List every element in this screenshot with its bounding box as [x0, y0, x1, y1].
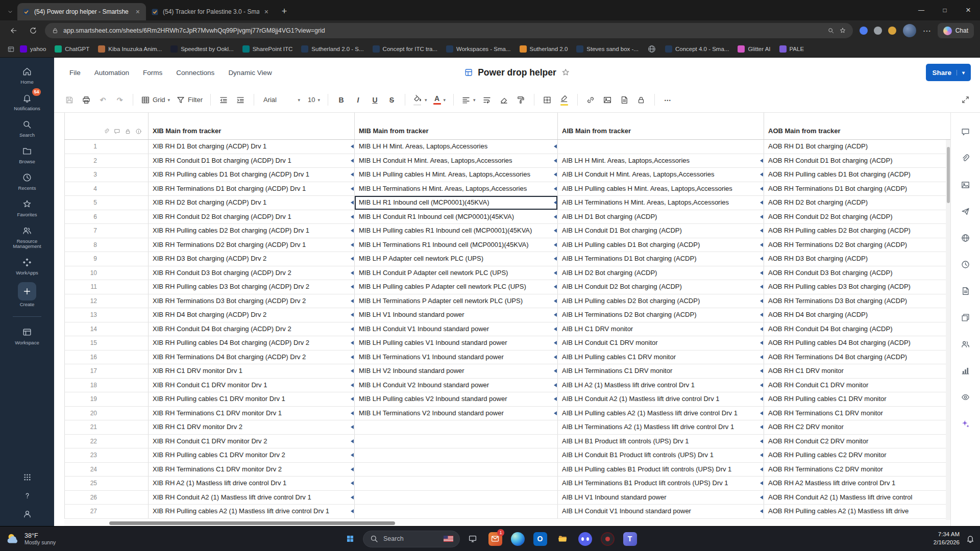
horizontal-scrollbar[interactable] [64, 520, 950, 526]
row-number[interactable]: 7 [64, 224, 149, 238]
tab-close-icon[interactable]: × [263, 8, 270, 16]
grid-cell[interactable]: AOB RH Terminations D1 Bot charging (ACD… [764, 182, 950, 196]
grid-cell[interactable]: MIB LH Terminations V1 Inbound standard … [355, 350, 558, 364]
site-info-icon[interactable] [52, 27, 59, 34]
taskbar-teams-icon[interactable]: T [620, 529, 640, 549]
bookmark-item[interactable]: Steves sand box -... [576, 45, 639, 53]
grid-cell[interactable]: AIB LH Conduit H Mint. Areas, Laptops,Ac… [558, 168, 764, 182]
grid-cell[interactable]: MIB LH Terminations P Adapter cell newto… [355, 294, 558, 308]
clear-format-button[interactable] [496, 91, 512, 109]
grid-cell[interactable]: XIB RH Conduit D4 Bot charging (ACDP) Dr… [149, 322, 355, 336]
grid-cell[interactable]: AOB RH Pulling cables D1 Bot charging (A… [764, 168, 950, 182]
grid-cell[interactable]: AIB LH D2 Bot charging (ACDP) [558, 266, 764, 280]
underline-button[interactable]: U [367, 91, 383, 109]
grid-cell[interactable]: AOB RH Conduit C2 DRV monitor [764, 435, 950, 448]
row-number[interactable]: 27 [64, 505, 149, 518]
bookmark-item[interactable]: Sutherland 2.0 - S... [301, 45, 363, 53]
page-zoom-icon[interactable] [827, 27, 835, 34]
new-tab-button[interactable]: + [277, 4, 292, 19]
grid-cell[interactable]: MIB LH Conduit V2 Inbound standard power [355, 379, 558, 392]
grid-cell[interactable]: AOB RH Terminations D2 Bot charging (ACD… [764, 238, 950, 252]
format-painter-button[interactable] [513, 91, 529, 109]
browser-tab[interactable]: (54) Power drop helper - Smartshe× [17, 3, 146, 20]
row-number[interactable]: 17 [64, 364, 149, 378]
sidebar-item-browse[interactable]: Browse [0, 143, 54, 166]
grid-cell[interactable]: AIB LH Pulling cables A2 (1) Mastless li… [558, 407, 764, 420]
bookmark-item[interactable]: SharePoint ITC [242, 45, 293, 53]
bookmark-item[interactable]: Concept for ITC tra... [373, 45, 437, 53]
fill-color-button[interactable]: ▾ [410, 91, 430, 109]
profile-avatar[interactable] [903, 24, 916, 37]
grid-cell[interactable]: AOB RH C2 DRV monitor [764, 420, 950, 434]
column-header-aib[interactable]: AIB Main from tracker [558, 113, 764, 139]
grid-cell[interactable]: MIB LH H Mint. Areas, Laptops,Accessorie… [355, 140, 558, 154]
redo-button[interactable]: ↷ [112, 91, 128, 109]
grid-cell[interactable]: XIB RH Pulling cables C1 DRV monitor Drv… [149, 392, 355, 406]
sidebar-help-button[interactable] [22, 491, 32, 500]
font-family-button[interactable]: Arial▾ [259, 91, 304, 109]
grid-cell[interactable]: AOB RH Conduit D2 Bot charging (ACDP) [764, 210, 950, 224]
grid-cell[interactable]: XIB RH D2 Bot charging (ACDP) Drv 1 [149, 196, 355, 210]
rail-proofs-button[interactable] [961, 180, 970, 190]
save-button[interactable] [61, 91, 77, 109]
grid-cell[interactable] [355, 477, 558, 490]
grid-cell[interactable]: AIB LH Conduit A2 (1) Mastless lift driv… [558, 392, 764, 406]
insert-link-button[interactable] [583, 91, 599, 109]
grid-cell[interactable]: AIB LH Conduit V1 Inbound standard power [558, 505, 764, 518]
sidebar-item-recents[interactable]: Recents [0, 170, 54, 192]
bookmark-item[interactable]: yahoo [20, 45, 46, 53]
grid-cell[interactable]: AOB RH Terminations C2 DRV monitor [764, 463, 950, 477]
grid-cell[interactable]: MIB LH Conduit V1 Inbound standard power [355, 322, 558, 336]
row-number[interactable]: 20 [64, 407, 149, 420]
rail-collaborators-button[interactable] [961, 339, 970, 349]
filter-button[interactable]: Filter [174, 91, 205, 109]
grid-cell[interactable]: AOB RH Pulling cables A2 (1) Mastless li… [764, 505, 950, 518]
rail-sheet-summary-button[interactable] [961, 286, 970, 296]
grid-cell[interactable]: AIB LH Conduit B1 Product lift controls … [558, 448, 764, 462]
grid-cell[interactable] [355, 448, 558, 462]
row-number[interactable]: 6 [64, 210, 149, 224]
export-button[interactable] [617, 91, 632, 109]
grid-cell[interactable]: AIB LH Terminations B1 Product lift cont… [558, 477, 764, 490]
taskbar-file-explorer-icon[interactable] [553, 529, 572, 549]
copilot-chat-button[interactable]: Chat [938, 23, 974, 38]
bookmark-star-icon[interactable] [839, 27, 846, 34]
rail-comments-button[interactable] [961, 127, 970, 137]
text-color-button[interactable]: A▾ [431, 91, 449, 109]
align-button[interactable]: ▾ [459, 91, 478, 109]
tab-search-button[interactable] [3, 3, 17, 20]
grid-cell[interactable]: XIB RH Conduit D1 Bot charging (ACDP) Dr… [149, 154, 355, 168]
back-button[interactable] [6, 23, 21, 38]
grid-cell[interactable]: XIB RH Pulling cables D1 Bot charging (A… [149, 168, 355, 182]
grid-cell[interactable]: AOB RH D4 Bot charging (ACDP) [764, 308, 950, 322]
taskbar-search[interactable]: Search [363, 531, 460, 547]
grid-cell[interactable]: XIB RH Conduit D3 Bot charging (ACDP) Dr… [149, 266, 355, 280]
grid-cell[interactable]: AIB LH A2 (1) Mastless lift drive contro… [558, 379, 764, 392]
bookmark-item[interactable]: Concept 4.0 - Sma... [665, 45, 729, 53]
sidebar-item-resource-management[interactable]: Resource Management [0, 223, 54, 251]
grid-cell[interactable]: AOB RH C1 DRV monitor [764, 364, 950, 378]
bookmark-item[interactable]: Sutherland 2.0 [520, 45, 568, 53]
minimize-button[interactable]: — [910, 0, 933, 20]
borders-button[interactable] [540, 91, 555, 109]
row-number[interactable]: 18 [64, 379, 149, 392]
taskbar-outlook-icon[interactable]: O [530, 529, 550, 549]
rail-charts-button[interactable] [961, 366, 970, 375]
grid-cell[interactable] [355, 420, 558, 434]
grid-cell[interactable]: MIB LH Pulling cables V1 Inbound standar… [355, 336, 558, 350]
grid-cell[interactable]: AOB RH Pulling cables D2 Bot charging (A… [764, 224, 950, 238]
grid-cell[interactable]: XIB RH Pulling cables C1 DRV monitor Drv… [149, 448, 355, 462]
grid-cell[interactable]: AOB RH A2 Mastless lift drive control Dr… [764, 477, 950, 490]
grid-cell[interactable]: AOB RH Conduit A2 (1) Mastless lift driv… [764, 491, 950, 505]
grid-cell[interactable]: MIB LH V2 Inbound standard power [355, 364, 558, 378]
grid-cell[interactable]: XIB RH Conduit D2 Bot charging (ACDP) Dr… [149, 210, 355, 224]
row-number[interactable]: 26 [64, 491, 149, 505]
grid-cell[interactable] [355, 491, 558, 505]
bookmark-item[interactable]: PALE [779, 45, 804, 53]
sidebar-item-workspace[interactable]: Workspace [0, 324, 54, 347]
grid-cell[interactable] [355, 435, 558, 448]
row-number[interactable]: 9 [64, 252, 149, 266]
taskbar-edge-icon[interactable] [508, 529, 527, 549]
rail-publish-button[interactable] [961, 233, 970, 243]
grid-cell[interactable]: MIB LH Pulling cables P Adapter cell new… [355, 280, 558, 294]
